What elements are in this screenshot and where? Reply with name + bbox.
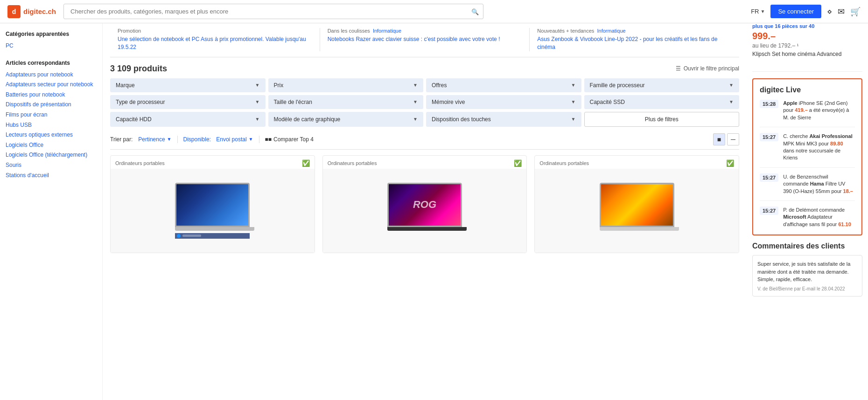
comments-title: Commentaires des clients (752, 242, 862, 250)
sidebar-item-adaptateurs-secteur[interactable]: Adaptateurs secteur pour notebook (6, 80, 97, 90)
promo-price-original: au lieu de 1792.– ¹ (752, 42, 862, 49)
promo-title-2[interactable]: Notebooks Razer avec clavier suisse : c'… (328, 35, 522, 43)
promo-count: 16 (775, 23, 780, 29)
header-right: FR ▼ Se connecter ⋄ ✉ 🛒 (751, 5, 861, 18)
sidebar-item-logiciels[interactable]: Logiciels Office (6, 140, 97, 151)
filter-row-3: Capacité HDD ▼ Modèle de carte graphique… (110, 112, 739, 127)
available-select[interactable]: Disponible: Envoi postal ▼ (183, 136, 253, 143)
filter-hdd-chevron: ▼ (255, 117, 260, 122)
sort-bar: Trier par: Pertinence ▼ Disponible: Envo… (110, 130, 739, 150)
language-selector[interactable]: FR ▼ (751, 8, 765, 15)
live-price-4: 61.10 (838, 221, 851, 227)
product-card-3[interactable]: Ordinateurs portables ✅ (534, 155, 739, 253)
filter-offres[interactable]: Offres ▼ (426, 78, 581, 92)
filter-taille-label: Taille de l'écran (274, 99, 312, 105)
open-filter-button[interactable]: ☰ Ouvrir le filtre principal (676, 65, 739, 72)
filter-taille-chevron: ▼ (413, 99, 418, 104)
available-divider (259, 136, 259, 143)
sidebar-item-adaptateurs-notebook[interactable]: Adaptateurs pour notebook (6, 70, 97, 80)
filter-capacite-hdd[interactable]: Capacité HDD ▼ (110, 112, 266, 127)
laptop-illustration-2: ROG (387, 183, 462, 239)
filter-type-processeur[interactable]: Type de processeur ▼ (110, 95, 266, 109)
live-brand-1: Apple (783, 100, 798, 106)
filter-carte-graphique[interactable]: Modèle de carte graphique ▼ (268, 112, 424, 127)
right-panel: plus que 16 pièces sur 40 999.– au lieu … (747, 23, 868, 400)
live-brand-4: Microsoft (783, 214, 806, 220)
live-time-4: 15:27 (760, 207, 778, 215)
filter-marque[interactable]: Marque ▼ (110, 78, 266, 92)
sidebar-item-souris[interactable]: Souris (6, 160, 97, 171)
live-time-2: 15:27 (760, 133, 778, 141)
category-label-2: Ordinateurs portables (328, 160, 377, 166)
filter-prix[interactable]: Prix ▼ (268, 78, 424, 92)
logo[interactable]: d digitec.ch (7, 5, 56, 18)
laptop-screen-1 (175, 183, 250, 227)
sidebar: Catégories apparentées PC Articles corre… (0, 23, 103, 400)
filter-gpu-chevron: ▼ (413, 117, 418, 122)
filter-row-2: Type de processeur ▼ Taille de l'écran ▼… (110, 95, 739, 109)
digitec-live-box: digitec Live 15:28 Apple iPhone SE (2nd … (752, 78, 862, 235)
laptop-screen-3 (600, 183, 674, 227)
articles-title: Articles correspondants (6, 60, 97, 66)
laptop-screen-2: ROG (387, 183, 462, 227)
product-category-2: Ordinateurs portables ✅ (323, 156, 527, 169)
laptop-illustration-1 (175, 183, 250, 239)
search-icon[interactable]: 🔍 (471, 8, 479, 15)
filter-taille-ecran[interactable]: Taille de l'écran ▼ (268, 95, 424, 109)
filter-memoire-chevron: ▼ (571, 99, 576, 104)
laptop-base-2 (387, 227, 467, 231)
promo-title-1[interactable]: Une sélection de notebook et PC Asus à p… (118, 35, 312, 51)
filter-gpu-label: Modèle de carte graphique (274, 116, 341, 123)
filter-famille-processeur[interactable]: Famille de processeur ▼ (584, 78, 740, 92)
live-time-1: 15:28 (760, 100, 778, 108)
promo-title-3[interactable]: Asus Zenbook & Vivobook Line-Up 2022 - p… (537, 35, 732, 51)
sidebar-item-batteries[interactable]: Batteries pour notebook (6, 90, 97, 100)
sidebar-item-dispositifs[interactable]: Dispositifs de présentation (6, 100, 97, 110)
sidebar-item-films[interactable]: Films pour écran (6, 110, 97, 120)
sidebar-item-lecteurs[interactable]: Lecteurs optiques externes (6, 130, 97, 140)
live-item-2: 15:27 C. cherche Akai Professional MPK M… (760, 133, 855, 168)
promo-label-1: Promotion (118, 28, 312, 34)
search-container: 🔍 (63, 4, 483, 19)
categories-title: Catégories apparentées (6, 31, 97, 37)
laptop-illustration-3 (600, 183, 674, 239)
sort-select[interactable]: Pertinence ▼ (138, 136, 171, 143)
list-view-toggle[interactable]: ─ (727, 133, 739, 145)
filter-marque-chevron: ▼ (255, 83, 260, 88)
filter-capacite-ssd[interactable]: Capacité SSD ▼ (584, 95, 740, 109)
product-image-3 (535, 169, 739, 253)
cart-icon[interactable]: 🛒 (850, 7, 861, 17)
compare-button[interactable]: ■■ Comparer Top 4 (265, 136, 314, 143)
availability-icon-1: ✅ (302, 159, 310, 167)
grid-view-icon[interactable]: ⋄ (827, 7, 832, 17)
filter-prix-label: Prix (274, 82, 284, 89)
sidebar-item-stations[interactable]: Stations d'accueil (6, 171, 97, 181)
promo-tag-3[interactable]: Informatique (597, 28, 625, 34)
promo-stock-info: plus que 16 pièces sur 40 (752, 23, 862, 29)
product-category-1: Ordinateurs portables ✅ (111, 156, 315, 169)
sort-label: Trier par: (110, 136, 133, 143)
open-filter-label: Ouvrir le filtre principal (684, 65, 739, 72)
sidebar-item-logiciels-dl[interactable]: Logiciels Office (téléchargement) (6, 150, 97, 160)
products-count: 3 109 produits (110, 64, 167, 74)
login-button[interactable]: Se connecter (770, 5, 821, 18)
live-item-3: 15:27 U. de Benzenschwil commande Hama F… (760, 173, 855, 201)
more-filters-button[interactable]: Plus de filtres (584, 112, 740, 127)
product-card-1[interactable]: Ordinateurs portables ✅ (110, 155, 315, 253)
product-image-1 (111, 169, 315, 253)
grid-compare-icon: ■■ (265, 136, 272, 143)
product-card-2[interactable]: Ordinateurs portables ✅ ROG (322, 155, 527, 253)
bookmark-icon[interactable]: ✉ (838, 7, 845, 17)
sidebar-item-hubs-usb[interactable]: Hubs USB (6, 120, 97, 131)
promo-tag-2[interactable]: Informatique (373, 28, 401, 34)
search-input[interactable] (63, 4, 483, 19)
filter-prix-chevron: ▼ (413, 83, 418, 88)
sidebar-item-pc[interactable]: PC (6, 41, 97, 51)
live-brand-3: Hama (810, 181, 824, 186)
filter-disposition-chevron: ▼ (571, 117, 576, 122)
filter-memoire-vive[interactable]: Mémoire vive ▼ (426, 95, 581, 109)
filter-icon: ☰ (676, 65, 681, 72)
laptop-base-1 (175, 227, 254, 231)
grid-view-toggle[interactable]: ■ (713, 133, 725, 145)
filter-disposition-touches[interactable]: Disposition des touches ▼ (426, 112, 581, 127)
